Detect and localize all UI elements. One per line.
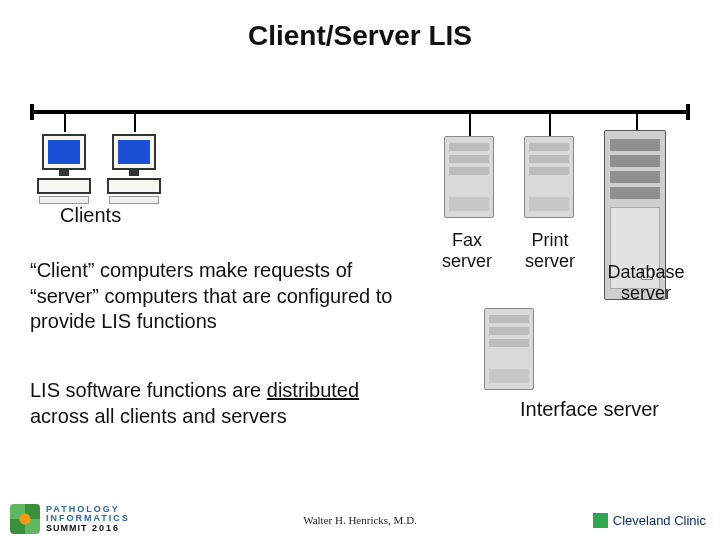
bus-tap	[549, 112, 551, 136]
bus-end-left	[30, 104, 34, 120]
body-paragraph-1: “Client” computers make requests of “ser…	[30, 258, 412, 335]
p2-underline-word: distributed	[267, 379, 359, 401]
p2-post: across all clients and servers	[30, 405, 287, 427]
conference-text: PATHOLOGY INFORMATICS SUMMIT 2016	[46, 505, 130, 533]
bus-end-right	[686, 104, 690, 120]
p2-pre: LIS software functions are	[30, 379, 267, 401]
conference-logo-icon	[10, 504, 40, 534]
database-server-label: Database server	[598, 262, 694, 303]
fax-server-icon	[444, 136, 494, 218]
interface-server-icon	[484, 308, 534, 390]
bus-tap	[64, 112, 66, 132]
footer-clinic-badge: Cleveland Clinic	[594, 513, 706, 528]
slide-title: Client/Server LIS	[0, 20, 720, 52]
client-pc-icon	[106, 134, 162, 204]
clinic-logo-icon	[594, 514, 607, 527]
clients-label: Clients	[60, 204, 121, 227]
network-bus-line	[30, 110, 690, 114]
interface-server-label: Interface server	[520, 398, 659, 421]
bus-tap	[134, 112, 136, 132]
body-paragraph-2: LIS software functions are distributed a…	[30, 378, 412, 429]
clinic-name: Cleveland Clinic	[613, 513, 706, 528]
fax-server-label: Fax server	[432, 230, 502, 271]
bus-tap	[469, 112, 471, 136]
conf-line3a: SUMMIT	[46, 523, 88, 533]
conf-line3b: 2016	[92, 523, 120, 533]
client-pc-icon	[36, 134, 92, 204]
footer-conference-badge: PATHOLOGY INFORMATICS SUMMIT 2016	[10, 504, 130, 534]
print-server-label: Print server	[514, 230, 586, 271]
print-server-icon	[524, 136, 574, 218]
